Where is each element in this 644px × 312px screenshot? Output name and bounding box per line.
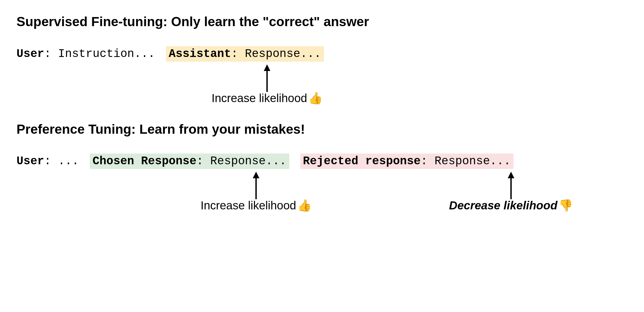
sft-annotation-row: Increase likelihood 👍 <box>212 64 628 105</box>
sft-user-label: User <box>16 47 44 61</box>
up-arrow-icon <box>267 64 268 89</box>
sft-annotation-wrap: Increase likelihood 👍 <box>212 91 323 105</box>
thumbs-up-icon: 👍 <box>308 92 323 105</box>
pref-user-label: User <box>16 155 44 168</box>
sft-annotation-block: Increase likelihood 👍 <box>212 64 323 105</box>
pref-chosen-block: Chosen Response: Response... <box>90 154 289 169</box>
up-arrow-icon <box>510 172 512 196</box>
svg-marker-1 <box>264 64 270 71</box>
sft-assistant-block: Assistant: Response... <box>166 46 324 62</box>
pref-rejected-label: Rejected response <box>303 155 421 168</box>
pref-chosen-annotation-block: Increase likelihood 👍 <box>201 172 312 212</box>
svg-marker-3 <box>253 172 259 178</box>
pref-annotation-row: Increase likelihood 👍 Decrease likelihoo… <box>16 172 628 212</box>
pref-rejected-annotation-text: Decrease likelihood <box>449 199 557 212</box>
pref-rejected-block: Rejected response: Response... <box>300 154 513 169</box>
pref-user-block: User: ... <box>16 155 79 168</box>
pref-rejected-annotation-wrap: Decrease likelihood 👎 <box>449 199 573 212</box>
sft-assistant-text: : Response... <box>231 47 321 61</box>
thumbs-down-icon: 👎 <box>559 199 573 212</box>
pref-rejected-text: : Response... <box>421 155 511 168</box>
pref-chosen-annotation-text: Increase likelihood <box>201 199 296 212</box>
pref-rejected-annotation-block: Decrease likelihood 👎 <box>449 172 573 212</box>
sft-row: User: Instruction... Assistant: Response… <box>16 46 628 62</box>
up-arrow-icon <box>256 172 257 196</box>
pref-row: User: ... Chosen Response: Response... R… <box>16 154 628 169</box>
pref-chosen-label: Chosen Response <box>93 155 196 168</box>
sft-title: Supervised Fine-tuning: Only learn the "… <box>16 14 628 30</box>
pref-chosen-annotation-wrap: Increase likelihood 👍 <box>201 199 312 212</box>
pref-section: Preference Tuning: Learn from your mista… <box>16 121 628 212</box>
svg-marker-5 <box>508 172 514 178</box>
sft-user-text: : Instruction... <box>44 47 155 61</box>
sft-annotation-text: Increase likelihood <box>212 92 307 105</box>
pref-user-text: : ... <box>44 155 79 168</box>
thumbs-up-icon: 👍 <box>297 199 312 212</box>
sft-user-block: User: Instruction... <box>16 47 155 61</box>
sft-assistant-label: Assistant <box>169 47 231 61</box>
sft-section: Supervised Fine-tuning: Only learn the "… <box>16 14 628 105</box>
pref-chosen-text: : Response... <box>196 155 287 168</box>
pref-title: Preference Tuning: Learn from your mista… <box>16 121 628 137</box>
